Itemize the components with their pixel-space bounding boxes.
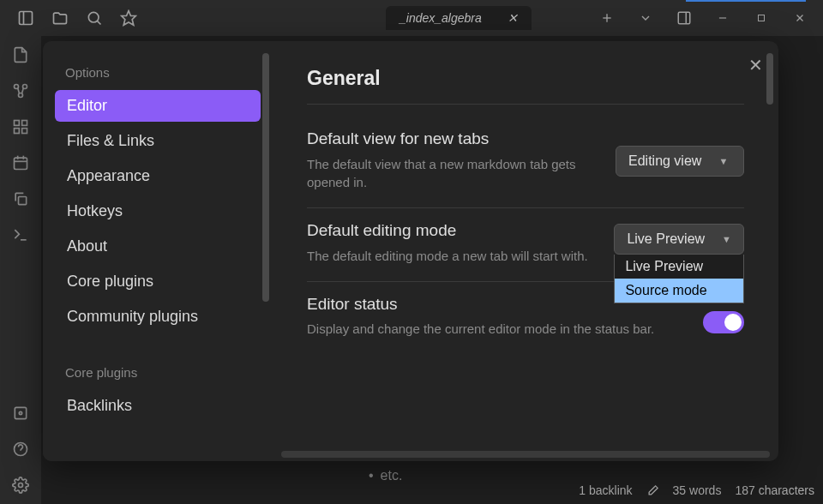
svg-rect-0 [20,12,33,25]
sidebar-item-appearance[interactable]: Appearance [55,160,261,192]
sidebar-item-hotkeys[interactable]: Hotkeys [55,195,261,227]
folder-icon[interactable] [43,1,77,35]
sidebar-heading-options: Options [55,58,261,87]
svg-marker-4 [122,11,136,26]
sidebar-item-backlinks[interactable]: Backlinks [55,390,261,422]
sidebar-heading-core-plugins: Core plugins [55,358,261,387]
graph-icon[interactable] [10,81,31,101]
status-pencil-icon[interactable] [646,484,659,497]
status-words: 35 words [673,483,722,497]
status-backlinks[interactable]: 1 backlink [579,483,632,497]
vault-icon[interactable] [10,403,31,423]
dropdown-value: Editing view [628,153,701,169]
right-sidebar-toggle-icon[interactable] [664,0,703,36]
dropdown-value: Live Preview [627,231,705,247]
setting-desc: The default view that a new markdown tab… [307,155,590,193]
svg-point-15 [19,93,23,98]
sidebar-scrollbar[interactable] [262,53,269,302]
svg-rect-26 [19,197,27,205]
maximize-icon[interactable] [742,0,780,36]
setting-name: Default editing mode [307,220,588,242]
sidebar-toggle-icon[interactable] [9,1,43,35]
setting-name: Default view for new tabs [307,129,590,150]
dropdown[interactable]: Editing view▼ [616,146,744,177]
copy-icon[interactable] [10,189,31,209]
titlebar-right [587,0,819,36]
left-rail [0,36,41,504]
svg-rect-28 [15,407,26,418]
tab-close-icon[interactable]: ✕ [508,11,518,25]
dropdown[interactable]: Live Preview▼ [614,224,744,255]
modal-content: ✕ General Default view for new tabsThe d… [273,41,778,461]
sidebar-item-about[interactable]: About [55,231,261,262]
svg-point-29 [19,411,21,414]
setting-row: Default editing modeThe default editing … [307,208,744,281]
svg-line-16 [18,88,20,93]
titlebar: _index_algebra ✕ [0,0,823,36]
svg-line-17 [22,88,24,93]
setting-desc: Display and change the current editor mo… [307,320,677,339]
modal-sidebar: Options EditorFiles & LinksAppearanceHot… [43,41,273,461]
tab-title: _index_algebra [399,11,482,25]
statusbar: 1 backlink 35 words 187 characters [579,483,814,497]
sidebar-item-community-plugins[interactable]: Community plugins [55,301,261,333]
svg-rect-22 [15,158,27,169]
toggle-knob [724,314,742,331]
grid-icon[interactable] [10,117,31,137]
content-title: General [307,67,744,105]
close-window-icon[interactable] [780,0,819,36]
star-icon[interactable] [111,1,146,35]
new-tab-icon[interactable] [587,0,626,36]
chevron-down-icon[interactable] [626,0,664,36]
svg-rect-21 [22,129,27,134]
status-chars: 187 characters [735,483,814,497]
svg-rect-20 [15,129,20,134]
setting-row: Default view for new tabsThe default vie… [307,117,744,208]
toggle[interactable] [703,311,744,333]
svg-line-3 [97,21,100,24]
tab-active[interactable]: _index_algebra ✕ [386,6,532,30]
settings-modal: Options EditorFiles & LinksAppearanceHot… [43,41,778,461]
dropdown-menu: Live PreviewSource mode [614,255,744,303]
help-icon[interactable] [10,439,31,459]
settings-icon[interactable] [10,475,31,495]
chevron-down-icon: ▼ [718,156,728,166]
sidebar-item-core-plugins[interactable]: Core plugins [55,266,261,297]
svg-rect-19 [22,121,27,126]
calendar-icon[interactable] [10,153,31,173]
file-icon[interactable] [10,45,31,65]
bg-note-text: etc. [369,468,402,483]
svg-rect-18 [15,121,20,126]
svg-rect-10 [758,15,764,21]
terminal-icon[interactable] [10,225,31,245]
minimize-icon[interactable] [703,0,742,36]
sidebar-item-files-links[interactable]: Files & Links [55,125,261,157]
svg-rect-7 [678,12,690,24]
chevron-down-icon: ▼ [722,234,731,244]
setting-desc: The default editing mode a new tab will … [307,247,588,266]
svg-point-32 [19,483,23,488]
search-icon[interactable] [77,1,111,35]
sidebar-item-editor[interactable]: Editor [55,90,261,122]
modal-close-icon[interactable]: ✕ [748,55,763,75]
content-scrollbar[interactable] [766,53,773,105]
dropdown-option[interactable]: Live Preview [615,255,743,279]
dropdown-option[interactable]: Source mode [615,279,743,303]
content-h-scrollbar[interactable] [281,451,770,458]
svg-point-2 [88,12,99,22]
